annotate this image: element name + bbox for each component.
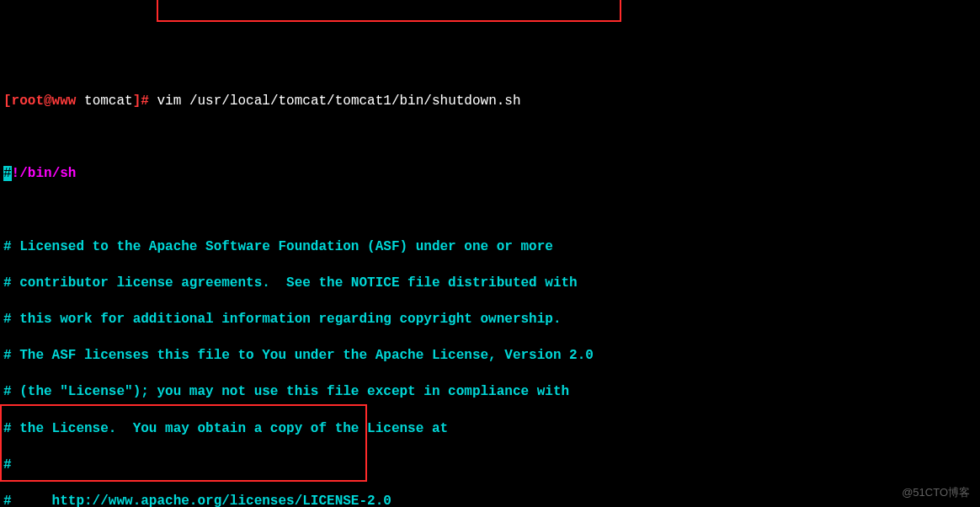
prompt-symbol: # xyxy=(141,93,149,109)
comment-line: # http://www.apache.org/licenses/LICENSE… xyxy=(3,493,977,507)
prompt-cwd: tomcat xyxy=(84,93,133,109)
shebang-path: /bin/sh xyxy=(19,166,76,181)
comment-line: # this work for additional information r… xyxy=(3,311,977,329)
comment-line: # contributor license agreements. See th… xyxy=(3,275,977,293)
comment-line: # The ASF licenses this file to You unde… xyxy=(3,347,977,366)
blank-line xyxy=(3,129,977,147)
blank-line xyxy=(3,202,977,221)
cursor: # xyxy=(3,166,12,181)
shebang-bang: ! xyxy=(12,166,20,181)
prompt-command: vim /usr/local/tomcat/tomcat1/bin/shutdo… xyxy=(157,93,520,109)
highlight-command-box xyxy=(157,0,621,22)
terminal-viewport[interactable]: [root@www tomcat]# vim /usr/local/tomcat… xyxy=(0,72,980,507)
prompt-close-bracket: ] xyxy=(133,93,141,109)
shell-prompt-line: [root@www tomcat]# vim /usr/local/tomcat… xyxy=(3,93,977,111)
comment-line: # (the "License"); you may not use this … xyxy=(3,383,977,402)
shebang-line: #!/bin/sh xyxy=(3,165,977,184)
prompt-user-host: root@www xyxy=(12,93,77,109)
comment-line: # Licensed to the Apache Software Founda… xyxy=(3,238,977,257)
comment-line: # xyxy=(3,456,977,475)
prompt-open-bracket: [ xyxy=(3,93,12,109)
comment-line: # the License. You may obtain a copy of … xyxy=(3,420,977,439)
watermark: @51CTO博客 xyxy=(902,485,970,500)
